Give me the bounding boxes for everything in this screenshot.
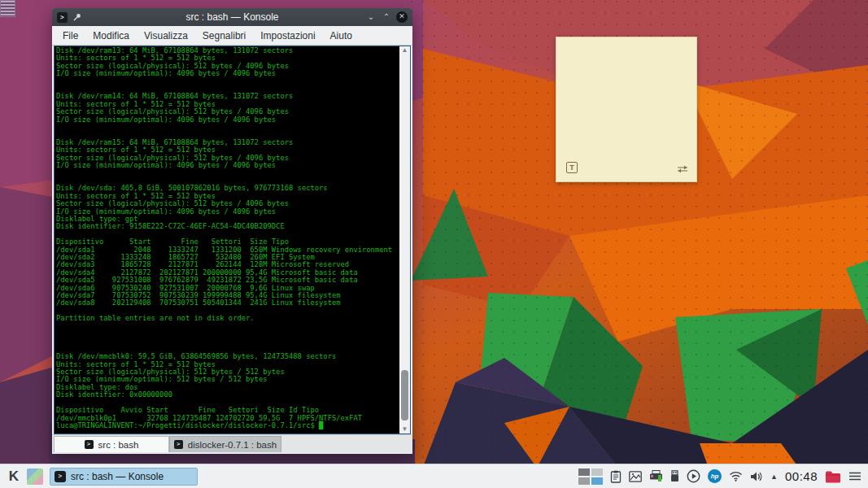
pager-desktop-4[interactable] — [591, 477, 603, 485]
screenshot-image-icon[interactable] — [629, 471, 642, 482]
tab-dislocker-bash[interactable]: > dislocker-0.7.1 : bash — [169, 436, 281, 452]
terminal-output: Disk /dev/ram13: 64 MiB, 67108864 bytes,… — [56, 47, 392, 429]
konsole-task-icon: > — [55, 471, 66, 482]
desktop: T > src : bash — Konsole ⌄ ⌃ — [0, 0, 868, 488]
menu-modifica[interactable]: Modifica — [85, 30, 137, 41]
scrollbar-down-icon[interactable]: ▼ — [399, 425, 410, 434]
clock[interactable]: 00:48 — [785, 469, 818, 483]
konsole-app-icon: > — [57, 12, 68, 23]
konsole-window: > src : bash — Konsole ⌄ ⌃ ✕ File Modifi… — [52, 8, 412, 454]
pager-desktop-1[interactable] — [578, 468, 590, 476]
minimize-button[interactable]: ⌄ — [365, 11, 377, 23]
sticky-note[interactable]: T — [556, 37, 697, 182]
panel-settings-icon[interactable] — [848, 471, 861, 481]
terminal-view[interactable]: Disk /dev/ram13: 64 MiB, 67108864 bytes,… — [54, 46, 411, 434]
mini-notes-widget[interactable] — [0, 0, 15, 17]
menu-aiuto[interactable]: Aiuto — [323, 30, 360, 41]
menu-visualizza[interactable]: Visualizza — [137, 30, 195, 41]
clipboard-icon[interactable] — [610, 470, 622, 483]
system-tray: hp ▲ 00:48 — [578, 468, 861, 485]
virtual-desktop-pager[interactable] — [578, 468, 603, 485]
pin-icon[interactable] — [72, 12, 82, 22]
menu-impostazioni[interactable]: Impostazioni — [253, 30, 322, 41]
pager-desktop-3[interactable] — [578, 477, 590, 485]
menu-file[interactable]: File — [55, 30, 85, 41]
tab-label: src : bash — [98, 440, 139, 450]
media-player-icon[interactable] — [687, 469, 700, 483]
tab-src-bash[interactable]: > src : bash — [54, 436, 169, 452]
menubar: File Modifica Visualizza Segnalibri Impo… — [52, 26, 412, 46]
app-launcher-icon[interactable]: K — [4, 468, 24, 486]
scrollbar-up-icon[interactable]: ▲ — [399, 46, 410, 54]
menu-segnalibri[interactable]: Segnalibri — [195, 30, 253, 41]
volume-icon[interactable] — [750, 471, 763, 482]
pager-desktop-2[interactable] — [591, 468, 603, 476]
note-format-icon[interactable]: T — [566, 162, 578, 173]
red-folder-icon[interactable] — [825, 470, 841, 483]
tray-expand-icon[interactable]: ▲ — [770, 473, 778, 481]
tab-bar: > src : bash > dislocker-0.7.1 : bash — [52, 434, 412, 453]
hp-printer-tray-icon[interactable]: hp — [708, 469, 722, 483]
task-button-konsole[interactable]: > src : bash — Konsole — [50, 468, 198, 486]
terminal-tab-icon: > — [174, 440, 183, 449]
titlebar[interactable]: > src : bash — Konsole ⌄ ⌃ ✕ — [52, 8, 412, 26]
scrollbar-thumb[interactable] — [401, 370, 408, 420]
show-desktop-icon[interactable] — [27, 468, 43, 485]
removable-device-icon[interactable] — [670, 470, 679, 482]
note-settings-icon[interactable] — [677, 165, 688, 173]
terminal-tab-icon: > — [85, 440, 94, 449]
task-button-label: src : bash — Konsole — [71, 471, 164, 482]
maximize-button[interactable]: ⌃ — [381, 11, 392, 23]
close-button[interactable]: ✕ — [396, 11, 408, 23]
window-title: src : bash — Konsole — [52, 11, 412, 23]
terminal-scrollbar[interactable]: ▲ ▼ — [399, 46, 410, 434]
wifi-icon[interactable] — [729, 471, 743, 481]
printer-icon[interactable] — [649, 470, 663, 482]
tab-label: dislocker-0.7.1 : bash — [188, 440, 277, 450]
taskbar: K > src : bash — Konsole — [0, 464, 868, 488]
